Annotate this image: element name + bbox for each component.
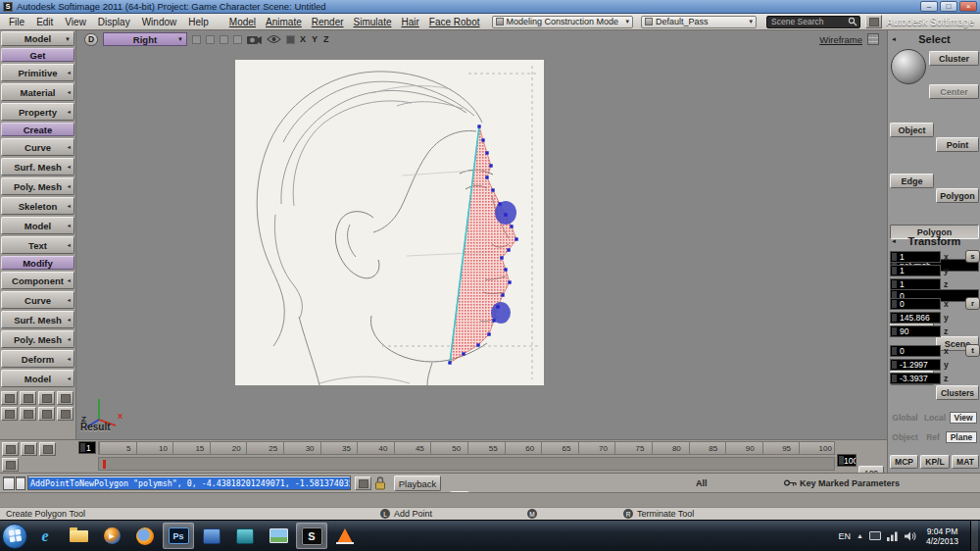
camera-view-dropdown[interactable]: Right [103, 32, 187, 46]
toolbar-mini-icon[interactable] [20, 391, 36, 405]
toolbar-mini-icon[interactable] [1, 391, 18, 405]
toolbar-mini-icon[interactable] [1, 407, 18, 421]
viewport-right-camera[interactable]: D Right X Y Z Wireframe [76, 30, 887, 439]
rotate-z-field[interactable]: 90 [890, 326, 941, 337]
title-bar[interactable]: S Autodesk Softimage 2011 (64-bit) Proje… [0, 0, 980, 14]
minimize-button[interactable]: – [920, 1, 938, 12]
menu-edit[interactable]: Edit [31, 16, 58, 28]
toolbar-link-simulate[interactable]: Simulate [350, 16, 396, 28]
language-indicator[interactable]: EN [838, 531, 851, 541]
timeline-tool-icon[interactable] [2, 442, 19, 456]
close-button[interactable]: × [959, 1, 977, 12]
toolbar-link-render[interactable]: Render [308, 16, 348, 28]
toolbar-link-face-robot[interactable]: Face Robot [425, 16, 484, 28]
show-desktop-button[interactable] [970, 521, 978, 551]
app-icon-blue[interactable] [196, 523, 227, 549]
translate-z-field[interactable]: -3.3937 [890, 373, 941, 384]
script-command-line[interactable]: AddPointToNewPolygon "polymsh", 0, -4.43… [27, 476, 351, 490]
filter-polygon-button[interactable]: Polygon [936, 188, 979, 203]
button-create-model[interactable]: Model [1, 217, 74, 234]
display-mode-dropdown[interactable]: Wireframe [819, 34, 862, 45]
render-pass-dropdown[interactable]: Default_Pass [641, 16, 757, 28]
button-create-surf-mesh[interactable]: Surf. Mesh [1, 158, 74, 175]
tab-mat[interactable]: MAT [952, 455, 979, 469]
viewport-layout-icon[interactable] [206, 35, 215, 44]
select-panel-header[interactable]: Select [888, 32, 980, 46]
rotate-mode-button[interactable]: r [965, 297, 980, 310]
button-modify-model[interactable]: Model [1, 370, 74, 387]
button-modify-curve[interactable]: Curve [1, 291, 74, 309]
viewport-layout-icon[interactable] [192, 35, 201, 44]
script-log-icon[interactable] [16, 476, 25, 490]
vlc-icon[interactable] [329, 523, 361, 549]
button-deform[interactable]: Deform [1, 350, 74, 368]
center-button[interactable]: Center [929, 84, 979, 99]
construction-mode-dropdown[interactable]: Modeling Construction Mode [492, 16, 634, 28]
tab-mcp[interactable]: MCP [890, 455, 918, 469]
filter-object-button[interactable]: Object [890, 123, 934, 137]
translate-y-field[interactable]: -1.2997 [890, 359, 941, 371]
button-modify-surf-mesh[interactable]: Surf. Mesh [1, 311, 74, 328]
eye-icon[interactable] [267, 34, 281, 44]
maximize-button[interactable]: □ [940, 1, 957, 12]
button-primitive[interactable]: Primitive [1, 64, 74, 81]
filter-edge-button[interactable]: Edge [890, 174, 934, 188]
toolbar-link-model[interactable]: Model [225, 16, 260, 28]
lock-icon[interactable] [374, 476, 386, 492]
toolbar-title-dropdown[interactable]: Model [1, 31, 74, 46]
timeline-tool-icon[interactable] [39, 442, 56, 456]
translate-mode-button[interactable]: t [965, 344, 980, 357]
network-tray-icon[interactable] [887, 531, 899, 541]
explorer-folder-icon[interactable] [63, 523, 94, 549]
key-marked-parameters-label[interactable]: Key Marked Parameters [800, 478, 900, 488]
section-header-get[interactable]: Get [1, 48, 74, 62]
menu-window[interactable]: Window [137, 16, 182, 28]
image-viewer-icon[interactable] [263, 523, 294, 549]
toolbar-mini-icon[interactable] [38, 391, 55, 405]
button-modify-poly-mesh[interactable]: Poly. Mesh [1, 330, 74, 348]
space-view-button[interactable]: View [950, 412, 977, 424]
ref-object-button[interactable]: Object [890, 431, 920, 443]
rotoscope-image[interactable] [235, 60, 544, 385]
timeline-tool-icon[interactable] [2, 458, 19, 472]
menu-view[interactable]: View [60, 16, 91, 28]
firefox-icon[interactable] [129, 523, 161, 549]
clusters-button[interactable]: Clusters [936, 385, 979, 400]
timeline-end-field[interactable]: 100 [837, 454, 857, 467]
button-skeleton[interactable]: Skeleton [1, 197, 74, 215]
button-material[interactable]: Material [1, 83, 74, 101]
keyboard-tray-icon[interactable] [869, 531, 881, 540]
scale-mode-button[interactable]: s [965, 250, 980, 263]
scale-x-field[interactable]: 1 [890, 251, 941, 263]
media-player-icon[interactable]: ▶ [96, 523, 127, 549]
scale-z-field[interactable]: 1 [890, 278, 941, 290]
show-hidden-icons-button[interactable]: ▲ [857, 532, 863, 539]
space-global-button[interactable]: Global [890, 412, 920, 424]
button-property[interactable]: Property [1, 103, 74, 121]
viewport-resize-icon[interactable] [867, 33, 879, 45]
softimage-taskbar-icon[interactable]: S [296, 523, 327, 549]
axis-toggle-x[interactable]: X [300, 34, 307, 44]
ref-plane-button[interactable]: Plane [946, 431, 977, 443]
scene-search-box[interactable] [766, 16, 860, 28]
transform-panel-header[interactable]: Transform [888, 234, 980, 248]
translate-x-field[interactable]: 0 [890, 345, 941, 357]
eraser-icon[interactable] [355, 476, 371, 490]
scale-y-field[interactable]: 1 [890, 265, 941, 276]
axis-toggle-z[interactable]: Z [323, 34, 330, 44]
menu-display[interactable]: Display [93, 16, 135, 28]
center-mode-icon[interactable] [286, 35, 295, 44]
start-button[interactable] [2, 524, 27, 549]
ref-ref-button[interactable]: Ref [921, 431, 945, 443]
menu-file[interactable]: File [4, 16, 29, 28]
button-create-curve[interactable]: Curve [1, 138, 74, 156]
toolbar-mini-icon[interactable] [57, 391, 74, 405]
button-component[interactable]: Component [1, 272, 74, 289]
current-frame-marker[interactable] [103, 460, 106, 469]
axis-toggle-y[interactable]: Y [312, 34, 318, 44]
internet-explorer-icon[interactable]: e [29, 523, 61, 549]
section-header-create[interactable]: Create [1, 123, 74, 136]
section-header-modify[interactable]: Modify [1, 256, 74, 270]
taskbar-clock[interactable]: 9:04 PM 4/2/2013 [922, 526, 962, 546]
viewport-layout-icon[interactable] [220, 35, 228, 44]
